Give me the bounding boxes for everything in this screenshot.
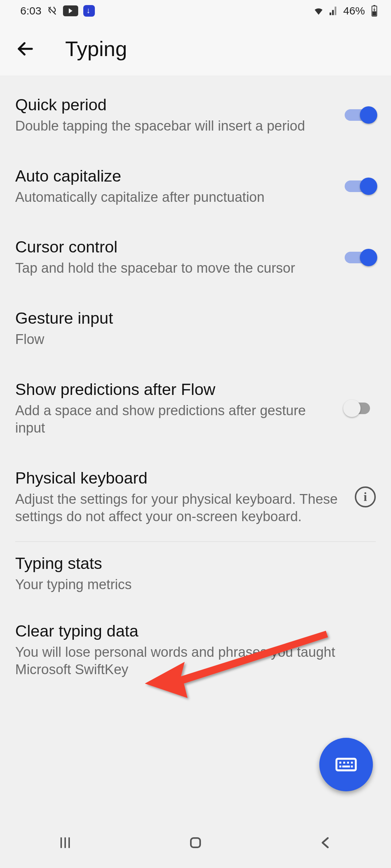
setting-title: Auto capitalize xyxy=(15,167,334,186)
setting-show-predictions-after-flow[interactable]: Show predictions after Flow Add a space … xyxy=(0,364,391,453)
switch-cursor-control[interactable] xyxy=(345,250,376,265)
setting-text: Clear typing data You will lose personal… xyxy=(15,622,376,678)
setting-text: Cursor control Tap and hold the spacebar… xyxy=(15,238,334,277)
nav-back-button[interactable] xyxy=(304,832,348,854)
svg-rect-10 xyxy=(339,766,341,767)
setting-subtitle: Tap and hold the spacebar to move the cu… xyxy=(15,259,334,277)
app-bar: Typing xyxy=(0,22,391,76)
back-button[interactable] xyxy=(14,38,36,60)
setting-subtitle: Flow xyxy=(15,331,376,348)
status-right: 46% xyxy=(313,5,380,17)
setting-title: Cursor control xyxy=(15,238,334,256)
svg-rect-2 xyxy=(373,11,377,16)
nav-home-button[interactable] xyxy=(174,832,217,854)
battery-charging-icon xyxy=(369,5,380,17)
page-title: Typing xyxy=(65,37,127,61)
setting-text: Typing stats Your typing metrics xyxy=(15,554,376,593)
signal-icon xyxy=(328,5,340,17)
setting-text: Quick period Double tapping the spacebar… xyxy=(15,95,334,135)
setting-title: Typing stats xyxy=(15,554,376,573)
setting-subtitle: Automatically capitalize after punctuati… xyxy=(15,188,334,206)
svg-rect-5 xyxy=(336,759,356,770)
svg-rect-6 xyxy=(339,762,341,763)
setting-cursor-control[interactable]: Cursor control Tap and hold the spacebar… xyxy=(0,222,391,293)
system-nav-bar xyxy=(0,817,391,868)
battery-percent: 46% xyxy=(343,5,365,17)
setting-title: Physical keyboard xyxy=(15,469,344,488)
switch-show-predictions-after-flow[interactable] xyxy=(345,400,376,416)
svg-rect-9 xyxy=(351,762,353,763)
chevron-left-icon xyxy=(318,835,334,851)
status-time: 6:03 xyxy=(20,5,41,17)
vibrate-off-icon xyxy=(46,5,58,17)
wifi-icon xyxy=(313,5,324,17)
setting-quick-period[interactable]: Quick period Double tapping the spacebar… xyxy=(0,80,391,151)
setting-title: Quick period xyxy=(15,95,334,114)
svg-rect-12 xyxy=(342,766,350,767)
svg-rect-8 xyxy=(347,762,349,763)
setting-clear-typing-data[interactable]: Clear typing data You will lose personal… xyxy=(0,606,391,694)
youtube-icon xyxy=(63,5,78,16)
nav-recents-button[interactable] xyxy=(43,832,87,854)
settings-list: Quick period Double tapping the spacebar… xyxy=(0,76,391,694)
setting-title: Gesture input xyxy=(15,309,376,328)
keyboard-fab[interactable] xyxy=(319,738,373,791)
arrow-left-icon xyxy=(16,39,35,59)
svg-rect-16 xyxy=(191,838,200,847)
status-left: 6:03 xyxy=(20,5,313,17)
switch-auto-capitalize[interactable] xyxy=(345,178,376,194)
setting-auto-capitalize[interactable]: Auto capitalize Automatically capitalize… xyxy=(0,151,391,222)
setting-title: Clear typing data xyxy=(15,622,376,641)
svg-rect-1 xyxy=(373,5,375,6)
setting-text: Physical keyboard Adjust the settings fo… xyxy=(15,469,344,526)
setting-gesture-input[interactable]: Gesture input Flow xyxy=(0,293,391,364)
setting-text: Show predictions after Flow Add a space … xyxy=(15,380,334,437)
setting-typing-stats[interactable]: Typing stats Your typing metrics xyxy=(0,542,391,606)
setting-subtitle: Add a space and show predictions after g… xyxy=(15,402,334,437)
keyboard-icon xyxy=(335,753,358,776)
status-bar: 6:03 46% xyxy=(0,0,391,22)
setting-text: Gesture input Flow xyxy=(15,309,376,348)
home-icon xyxy=(188,835,203,851)
svg-rect-7 xyxy=(343,762,345,763)
recents-icon xyxy=(57,835,73,851)
info-button[interactable]: i xyxy=(355,486,376,507)
setting-physical-keyboard[interactable]: Physical keyboard Adjust the settings fo… xyxy=(0,453,391,541)
info-icon: i xyxy=(363,490,367,504)
switch-quick-period[interactable] xyxy=(345,107,376,123)
setting-title: Show predictions after Flow xyxy=(15,380,334,399)
setting-subtitle: You will lose personal words and phrases… xyxy=(15,643,376,678)
setting-text: Auto capitalize Automatically capitalize… xyxy=(15,167,334,206)
setting-subtitle: Adjust the settings for your physical ke… xyxy=(15,490,344,526)
setting-subtitle: Your typing metrics xyxy=(15,576,376,593)
svg-rect-11 xyxy=(351,766,353,767)
download-icon xyxy=(83,5,95,17)
setting-subtitle: Double tapping the spacebar will insert … xyxy=(15,117,334,135)
